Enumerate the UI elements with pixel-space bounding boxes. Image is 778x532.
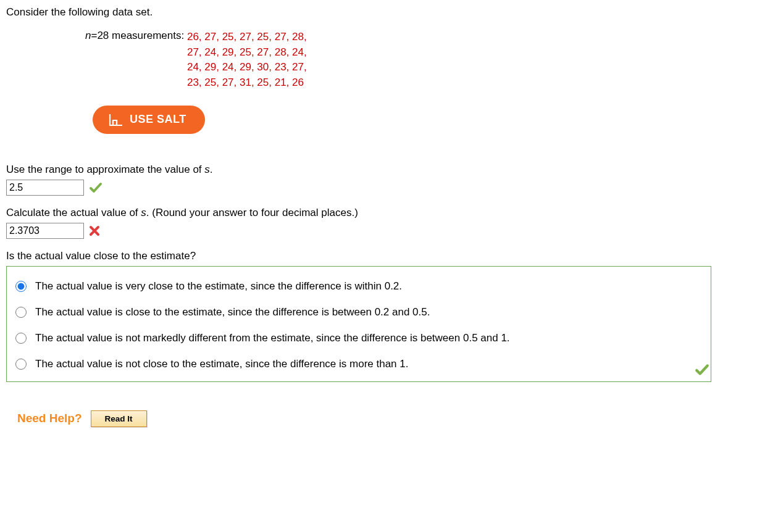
mc-option-0[interactable]: The actual value is very close to the es… bbox=[13, 280, 705, 293]
q2-prompt: Calculate the actual value of s. (Round … bbox=[6, 207, 772, 219]
mc-option-label: The actual value is close to the estimat… bbox=[35, 306, 430, 318]
measurements-label: 28 measurements: bbox=[97, 30, 187, 42]
need-help-label: Need Help? bbox=[17, 412, 82, 425]
q2-input[interactable] bbox=[6, 223, 84, 239]
check-icon bbox=[695, 362, 709, 380]
chart-icon bbox=[109, 113, 123, 127]
q2-answer-row bbox=[6, 223, 772, 239]
mc-option-label: The actual value is not close to the est… bbox=[35, 358, 408, 370]
use-salt-button[interactable]: USE SALT bbox=[93, 106, 205, 134]
mc-option-label: The actual value is very close to the es… bbox=[35, 280, 402, 293]
read-it-button[interactable]: Read It bbox=[91, 410, 147, 427]
mc-option-2[interactable]: The actual value is not markedly differe… bbox=[13, 332, 705, 344]
q1-answer-row bbox=[6, 180, 772, 196]
mc-radio-3[interactable] bbox=[15, 359, 27, 370]
n-variable: n bbox=[85, 30, 91, 42]
need-help-row: Need Help? Read It bbox=[17, 410, 772, 427]
x-icon bbox=[89, 225, 100, 236]
q1-prompt: Use the range to approximate the value o… bbox=[6, 164, 772, 176]
mc-box: The actual value is very close to the es… bbox=[6, 266, 711, 382]
mc-option-1[interactable]: The actual value is close to the estimat… bbox=[13, 306, 705, 318]
use-salt-label: USE SALT bbox=[130, 113, 186, 126]
mc-radio-1[interactable] bbox=[15, 307, 27, 318]
dataset-block: n = 28 measurements: 26, 27, 25, 27, 25,… bbox=[85, 30, 772, 91]
data-values: 26, 27, 25, 27, 25, 27, 28, 27, 24, 29, … bbox=[187, 30, 307, 91]
intro-text: Consider the following data set. bbox=[6, 6, 772, 19]
mc-radio-0[interactable] bbox=[15, 281, 27, 292]
q1-input[interactable] bbox=[6, 180, 84, 196]
q3-prompt: Is the actual value close to the estimat… bbox=[6, 250, 772, 262]
equals-sign: = bbox=[91, 30, 97, 42]
mc-option-label: The actual value is not markedly differe… bbox=[35, 332, 510, 344]
check-icon bbox=[89, 181, 102, 194]
mc-option-3[interactable]: The actual value is not close to the est… bbox=[13, 358, 705, 370]
mc-radio-2[interactable] bbox=[15, 333, 27, 344]
